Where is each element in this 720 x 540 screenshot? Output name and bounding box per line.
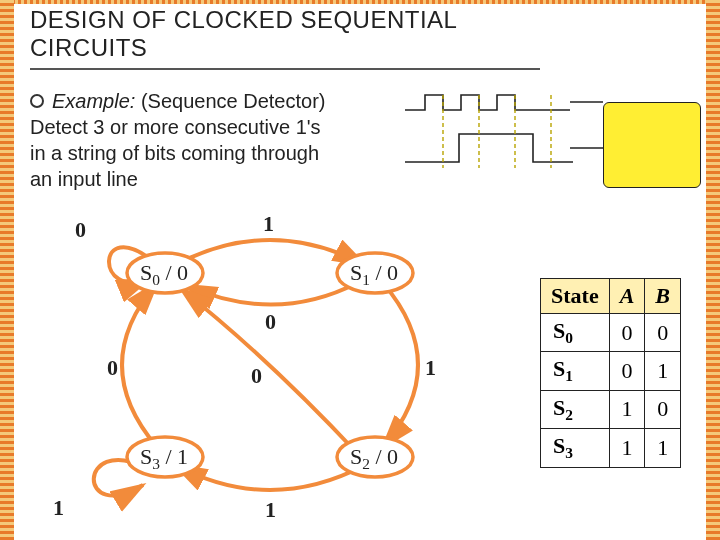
example-body3: an input line xyxy=(30,168,138,190)
circuit-block-icon xyxy=(603,102,701,188)
block-diagram xyxy=(405,90,705,200)
state-s3-label: S3 / 1 xyxy=(140,444,188,473)
edge-s0-self: 0 xyxy=(75,217,86,243)
edge-s2-s0: 0 xyxy=(251,363,262,389)
decorative-frame-top xyxy=(0,0,720,4)
table-row: S3 1 1 xyxy=(541,429,681,467)
title-line2: CIRCUITS xyxy=(30,34,147,61)
example-body2: in a string of bits coming through xyxy=(30,142,319,164)
th-B: B xyxy=(645,279,681,314)
state-encoding-table: State A B S0 0 0 S1 0 1 S2 1 0 S3 1 1 xyxy=(540,278,681,468)
title-line1: DESIGN OF CLOCKED SEQUENTIAL xyxy=(30,6,457,33)
state-s2-label: S2 / 0 xyxy=(350,444,398,473)
example-rest: (Sequence Detector) xyxy=(135,90,325,112)
table-row: S0 0 0 xyxy=(541,314,681,352)
example-label: Example: xyxy=(52,90,135,112)
table-row: S1 0 1 xyxy=(541,352,681,390)
state-diagram: S0 / 0 S1 / 0 S2 / 0 S3 / 1 0 1 0 1 0 1 … xyxy=(25,205,525,535)
th-A: A xyxy=(609,279,645,314)
edge-s3-self: 1 xyxy=(53,495,64,521)
page-title: DESIGN OF CLOCKED SEQUENTIAL CIRCUITS xyxy=(30,6,457,62)
edge-s2-s3: 1 xyxy=(265,497,276,523)
state-s1-label: S1 / 0 xyxy=(350,260,398,289)
state-diagram-svg xyxy=(25,205,525,535)
decorative-frame-left xyxy=(0,0,14,540)
edge-s1-s0: 0 xyxy=(265,309,276,335)
table-header-row: State A B xyxy=(541,279,681,314)
example-body1: Detect 3 or more consecutive 1's xyxy=(30,116,321,138)
edge-s0-s1: 1 xyxy=(263,211,274,237)
decorative-frame-right xyxy=(706,0,720,540)
edge-s1-s2: 1 xyxy=(425,355,436,381)
edge-s3-s0: 0 xyxy=(107,355,118,381)
example-text: Example: (Sequence Detector) Detect 3 or… xyxy=(30,88,390,192)
table-row: S2 1 0 xyxy=(541,390,681,428)
title-underline xyxy=(30,68,540,70)
bullet-icon xyxy=(30,94,44,108)
th-state: State xyxy=(541,279,610,314)
state-s0-label: S0 / 0 xyxy=(140,260,188,289)
